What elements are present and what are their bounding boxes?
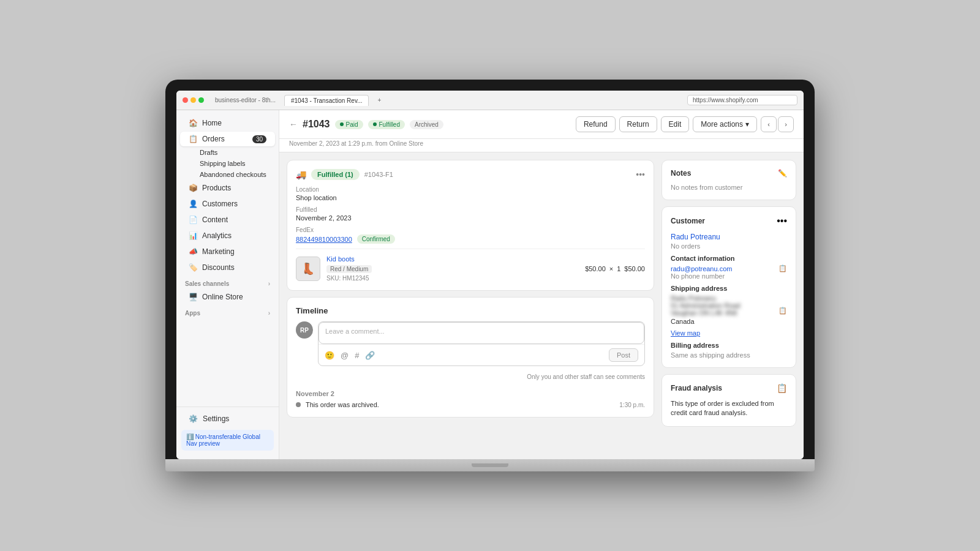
fulfillment-id: #1043-F1 [364,171,393,178]
sidebar-item-home[interactable]: 🏠 Home [180,116,275,130]
fulfilled-count-badge: Fulfilled (1) [311,169,360,180]
non-transferable-banner[interactable]: ℹ️ Non-transferable Global Nav preview [181,430,274,451]
refund-button[interactable]: Refund [576,116,616,132]
sidebar-item-content[interactable]: 📄 Content [180,212,275,227]
customer-name[interactable]: Radu Potreanu [671,233,787,241]
content-area: 🚚 Fulfilled (1) #1043-F1 ••• Location [279,152,804,459]
sidebar-item-orders[interactable]: 📋 Orders 30 [180,132,275,146]
apps-label: Apps [185,310,200,317]
sidebar-item-customers[interactable]: 👤 Customers [180,197,275,211]
sidebar-home-label: Home [202,119,222,127]
shipping-address: Radu Potreanu 51 Administration Road Vau… [671,294,741,327]
timeline-event-text: This order was archived. [306,401,379,408]
no-orders-text: No orders [671,242,787,250]
minimize-dot[interactable] [190,97,196,103]
sidebar-sub-drafts[interactable]: Drafts [180,147,275,158]
nav-prev-button[interactable]: ‹ [761,116,777,132]
nav-next-button[interactable]: › [778,116,794,132]
product-name[interactable]: Kid boots [326,255,579,263]
copy-email-icon[interactable]: 📋 [778,264,787,272]
laptop-notch [472,463,508,467]
apps-section: Apps › [176,305,279,318]
edit-button[interactable]: Edit [661,116,690,132]
fraud-description: This type of order is excluded from cred… [671,399,787,418]
app-layout: 🏠 Home 📋 Orders 30 Drafts Shipping label… [176,110,804,459]
return-button[interactable]: Return [619,116,657,132]
link-icon[interactable]: 🔗 [365,351,375,360]
online-store-icon: 🖥️ [189,293,197,301]
hashtag-icon[interactable]: # [355,351,359,360]
product-qty-x: × [609,265,613,272]
sidebar-item-products[interactable]: 📦 Products [180,181,275,195]
location-label: Location [296,186,645,193]
product-qty: 1 [617,265,620,272]
chevron-right-icon: › [268,280,270,287]
sidebar-sub-shipping[interactable]: Shipping labels [180,158,275,169]
close-dot[interactable] [183,97,188,103]
product-image: 👢 [296,257,320,281]
tab-1[interactable]: business-editor - 8th... [209,95,282,105]
comment-box: RP Leave a comment... 🙂 @ # [296,321,645,366]
page-header-actions: Refund Return Edit More actions ▾ ‹ › [576,116,794,132]
sidebar-item-marketing[interactable]: 📣 Marketing [180,244,275,259]
analytics-icon: 📊 [189,231,197,240]
fraud-card: Fraud analysis 📋 This type of order is e… [662,374,796,427]
product-price-section: $50.00 × 1 $50.00 [585,265,645,272]
settings-item[interactable]: ⚙️ Settings [180,411,275,426]
comment-input[interactable]: Leave a comment... [318,322,644,344]
shipping-country: Canada [671,317,741,327]
main-content: ← #1043 Paid Fulfilled Archived [279,110,804,459]
customer-more-icon[interactable]: ••• [777,216,787,227]
product-total: $50.00 [624,265,645,272]
product-info: Kid boots Red / Medium SKU: HM12345 [326,255,579,282]
fraud-header: Fraud analysis 📋 [671,383,787,393]
settings-icon: ⚙️ [189,414,198,423]
fraud-report-icon[interactable]: 📋 [777,383,787,393]
sidebar-item-analytics[interactable]: 📊 Analytics [180,228,275,243]
archived-badge: Archived [410,120,443,129]
no-notes-text: No notes from customer [671,184,787,191]
post-button[interactable]: Post [609,348,638,362]
more-actions-label: More actions [701,120,743,129]
sidebar-item-discounts[interactable]: 🏷️ Discounts [180,260,275,275]
contact-phone: No phone number [671,272,787,280]
shipping-section-label: Shipping address [671,285,787,292]
sidebar-discounts-label: Discounts [202,263,235,272]
tracking-info: 882449810003300 Confirmed [296,234,645,244]
contact-email[interactable]: radu@potreanu.com [671,265,732,272]
page-header-left: ← #1043 Paid Fulfilled Archived [289,119,443,130]
copy-address-icon[interactable]: 📋 [778,307,787,315]
mention-icon[interactable]: @ [341,351,349,360]
address-bar[interactable]: https://www.shopify.com [687,95,797,105]
avatar: RP [296,321,313,339]
timeline-entry: This order was archived. 1:30 p.m. [296,401,645,408]
location-row: Location Shop location [296,186,645,201]
tab-2[interactable]: #1043 - Transaction Rev... [284,95,369,106]
sidebar-marketing-label: Marketing [202,247,235,256]
paid-badge: Paid [335,120,363,129]
fulfilled-count-label: Fulfilled (1) [317,171,353,178]
fulfillment-card: 🚚 Fulfilled (1) #1043-F1 ••• Location [287,160,654,291]
customer-title: Customer [671,217,705,225]
home-icon: 🏠 [189,119,197,127]
sidebar-item-online-store[interactable]: 🖥️ Online Store [180,290,275,304]
notes-edit-icon[interactable]: ✏️ [778,169,787,178]
emoji-icon[interactable]: 🙂 [325,351,334,360]
sidebar-sub-abandoned[interactable]: Abandoned checkouts [180,169,275,180]
maximize-dot[interactable] [198,97,204,103]
product-price: $50.00 [585,265,606,272]
back-button[interactable]: ← [289,119,298,129]
tracking-row: FedEx 882449810003300 Confirmed [296,227,645,244]
view-map-link[interactable]: View map [671,329,787,337]
non-transferable-label: Non-transferable Global Nav preview [186,433,260,447]
sidebar-content-label: Content [202,216,228,224]
product-variant: Red / Medium [326,265,372,273]
fulfillment-more-button[interactable]: ••• [636,170,645,179]
tab-add[interactable]: + [371,95,387,105]
content-icon: 📄 [189,216,197,224]
more-actions-button[interactable]: More actions ▾ [693,116,757,132]
paid-label: Paid [346,121,358,128]
shipping-name: Radu Potreanu [671,294,741,302]
contact-section-label: Contact information [671,255,787,262]
tracking-link[interactable]: 882449810003300 [296,236,352,243]
